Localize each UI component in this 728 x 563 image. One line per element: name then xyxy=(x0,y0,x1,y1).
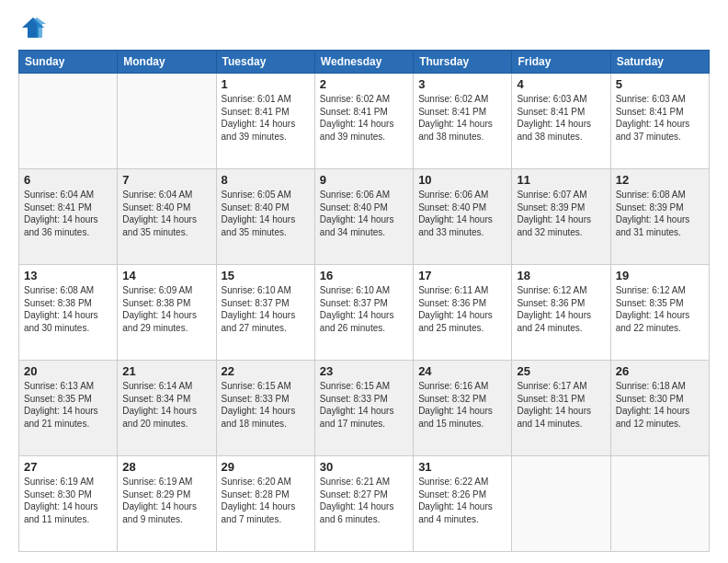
weekday-header-sunday: Sunday xyxy=(19,51,118,74)
day-cell: 28Sunrise: 6:19 AM Sunset: 8:29 PM Dayli… xyxy=(118,456,216,552)
day-number: 21 xyxy=(122,364,210,378)
day-number: 18 xyxy=(517,269,605,282)
day-cell: 23Sunrise: 6:15 AM Sunset: 8:33 PM Dayli… xyxy=(314,361,413,456)
day-cell: 26Sunrise: 6:18 AM Sunset: 8:30 PM Dayli… xyxy=(610,361,709,456)
day-info: Sunrise: 6:19 AM Sunset: 8:29 PM Dayligh… xyxy=(122,476,210,525)
weekday-header-monday: Monday xyxy=(118,51,216,74)
day-info: Sunrise: 6:01 AM Sunset: 8:41 PM Dayligh… xyxy=(222,93,310,143)
day-number: 24 xyxy=(418,364,506,378)
day-number: 28 xyxy=(122,460,210,474)
day-cell: 13Sunrise: 6:08 AM Sunset: 8:38 PM Dayli… xyxy=(19,265,118,361)
day-number: 30 xyxy=(320,460,408,474)
day-info: Sunrise: 6:13 AM Sunset: 8:35 PM Dayligh… xyxy=(24,380,112,430)
calendar-table: SundayMondayTuesdayWednesdayThursdayFrid… xyxy=(18,50,710,552)
day-cell: 18Sunrise: 6:12 AM Sunset: 8:36 PM Dayli… xyxy=(512,265,610,361)
day-number: 31 xyxy=(418,460,506,474)
day-cell: 8Sunrise: 6:05 AM Sunset: 8:40 PM Daylig… xyxy=(216,169,314,265)
day-info: Sunrise: 6:22 AM Sunset: 8:26 PM Dayligh… xyxy=(418,476,506,525)
day-info: Sunrise: 6:12 AM Sunset: 8:36 PM Dayligh… xyxy=(517,284,605,334)
day-cell: 4Sunrise: 6:03 AM Sunset: 8:41 PM Daylig… xyxy=(512,74,610,169)
week-row-5: 27Sunrise: 6:19 AM Sunset: 8:30 PM Dayli… xyxy=(19,456,710,552)
day-cell: 29Sunrise: 6:20 AM Sunset: 8:28 PM Dayli… xyxy=(216,456,314,552)
day-number: 17 xyxy=(418,269,506,282)
day-number: 23 xyxy=(320,364,408,378)
day-number: 22 xyxy=(222,364,310,378)
week-row-2: 6Sunrise: 6:04 AM Sunset: 8:41 PM Daylig… xyxy=(19,169,710,265)
day-info: Sunrise: 6:21 AM Sunset: 8:27 PM Dayligh… xyxy=(320,476,408,525)
logo-icon xyxy=(20,15,46,40)
week-row-3: 13Sunrise: 6:08 AM Sunset: 8:38 PM Dayli… xyxy=(19,265,710,361)
page: SundayMondayTuesdayWednesdayThursdayFrid… xyxy=(0,0,728,563)
day-cell xyxy=(512,456,610,552)
day-info: Sunrise: 6:11 AM Sunset: 8:36 PM Dayligh… xyxy=(418,284,506,334)
weekday-header-tuesday: Tuesday xyxy=(216,51,314,74)
day-info: Sunrise: 6:04 AM Sunset: 8:41 PM Dayligh… xyxy=(24,189,112,238)
header xyxy=(18,15,710,40)
day-number: 7 xyxy=(122,173,210,187)
day-cell: 20Sunrise: 6:13 AM Sunset: 8:35 PM Dayli… xyxy=(19,361,118,456)
day-info: Sunrise: 6:17 AM Sunset: 8:31 PM Dayligh… xyxy=(517,380,605,430)
day-cell xyxy=(19,74,118,169)
day-cell: 31Sunrise: 6:22 AM Sunset: 8:26 PM Dayli… xyxy=(414,456,512,552)
day-number: 8 xyxy=(222,173,310,187)
day-number: 27 xyxy=(24,460,112,474)
day-cell: 7Sunrise: 6:04 AM Sunset: 8:40 PM Daylig… xyxy=(118,169,216,265)
day-number: 9 xyxy=(320,173,408,187)
day-info: Sunrise: 6:02 AM Sunset: 8:41 PM Dayligh… xyxy=(418,93,506,143)
day-cell: 27Sunrise: 6:19 AM Sunset: 8:30 PM Dayli… xyxy=(19,456,118,552)
day-cell: 6Sunrise: 6:04 AM Sunset: 8:41 PM Daylig… xyxy=(19,169,118,265)
day-cell: 16Sunrise: 6:10 AM Sunset: 8:37 PM Dayli… xyxy=(314,265,413,361)
day-info: Sunrise: 6:18 AM Sunset: 8:30 PM Dayligh… xyxy=(616,380,704,430)
week-row-1: 1Sunrise: 6:01 AM Sunset: 8:41 PM Daylig… xyxy=(19,74,710,169)
day-number: 6 xyxy=(24,173,112,187)
day-info: Sunrise: 6:07 AM Sunset: 8:39 PM Dayligh… xyxy=(517,189,605,238)
day-number: 16 xyxy=(320,269,408,282)
day-number: 13 xyxy=(24,269,112,282)
day-info: Sunrise: 6:06 AM Sunset: 8:40 PM Dayligh… xyxy=(418,189,506,238)
day-info: Sunrise: 6:20 AM Sunset: 8:28 PM Dayligh… xyxy=(222,476,310,525)
weekday-header-row: SundayMondayTuesdayWednesdayThursdayFrid… xyxy=(19,51,710,74)
weekday-header-saturday: Saturday xyxy=(610,51,709,74)
day-info: Sunrise: 6:12 AM Sunset: 8:35 PM Dayligh… xyxy=(616,284,704,334)
weekday-header-friday: Friday xyxy=(512,51,610,74)
day-number: 4 xyxy=(517,77,605,91)
weekday-header-wednesday: Wednesday xyxy=(314,51,413,74)
day-info: Sunrise: 6:03 AM Sunset: 8:41 PM Dayligh… xyxy=(616,93,704,143)
day-number: 2 xyxy=(320,77,408,91)
day-info: Sunrise: 6:16 AM Sunset: 8:32 PM Dayligh… xyxy=(418,380,506,430)
day-cell xyxy=(118,74,216,169)
day-info: Sunrise: 6:04 AM Sunset: 8:40 PM Dayligh… xyxy=(122,189,210,238)
day-cell: 25Sunrise: 6:17 AM Sunset: 8:31 PM Dayli… xyxy=(512,361,610,456)
day-cell: 24Sunrise: 6:16 AM Sunset: 8:32 PM Dayli… xyxy=(414,361,512,456)
day-number: 15 xyxy=(222,269,310,282)
week-row-4: 20Sunrise: 6:13 AM Sunset: 8:35 PM Dayli… xyxy=(19,361,710,456)
day-info: Sunrise: 6:08 AM Sunset: 8:38 PM Dayligh… xyxy=(24,284,112,334)
day-cell: 11Sunrise: 6:07 AM Sunset: 8:39 PM Dayli… xyxy=(512,169,610,265)
day-number: 5 xyxy=(616,77,704,91)
weekday-header-thursday: Thursday xyxy=(414,51,512,74)
day-info: Sunrise: 6:14 AM Sunset: 8:34 PM Dayligh… xyxy=(122,380,210,430)
day-number: 11 xyxy=(517,173,605,187)
day-cell: 12Sunrise: 6:08 AM Sunset: 8:39 PM Dayli… xyxy=(610,169,709,265)
day-info: Sunrise: 6:15 AM Sunset: 8:33 PM Dayligh… xyxy=(222,380,310,430)
day-cell: 19Sunrise: 6:12 AM Sunset: 8:35 PM Dayli… xyxy=(610,265,709,361)
day-info: Sunrise: 6:10 AM Sunset: 8:37 PM Dayligh… xyxy=(222,284,310,334)
day-cell: 10Sunrise: 6:06 AM Sunset: 8:40 PM Dayli… xyxy=(414,169,512,265)
logo xyxy=(18,15,50,40)
day-number: 12 xyxy=(616,173,704,187)
day-number: 10 xyxy=(418,173,506,187)
day-number: 25 xyxy=(517,364,605,378)
day-cell xyxy=(610,456,709,552)
day-number: 29 xyxy=(222,460,310,474)
day-number: 19 xyxy=(616,269,704,282)
day-cell: 22Sunrise: 6:15 AM Sunset: 8:33 PM Dayli… xyxy=(216,361,314,456)
day-info: Sunrise: 6:06 AM Sunset: 8:40 PM Dayligh… xyxy=(320,189,408,238)
day-info: Sunrise: 6:02 AM Sunset: 8:41 PM Dayligh… xyxy=(320,93,408,143)
day-cell: 17Sunrise: 6:11 AM Sunset: 8:36 PM Dayli… xyxy=(414,265,512,361)
day-number: 3 xyxy=(418,77,506,91)
day-info: Sunrise: 6:08 AM Sunset: 8:39 PM Dayligh… xyxy=(616,189,704,238)
day-cell: 1Sunrise: 6:01 AM Sunset: 8:41 PM Daylig… xyxy=(216,74,314,169)
day-number: 14 xyxy=(122,269,210,282)
day-cell: 14Sunrise: 6:09 AM Sunset: 8:38 PM Dayli… xyxy=(118,265,216,361)
day-info: Sunrise: 6:03 AM Sunset: 8:41 PM Dayligh… xyxy=(517,93,605,143)
